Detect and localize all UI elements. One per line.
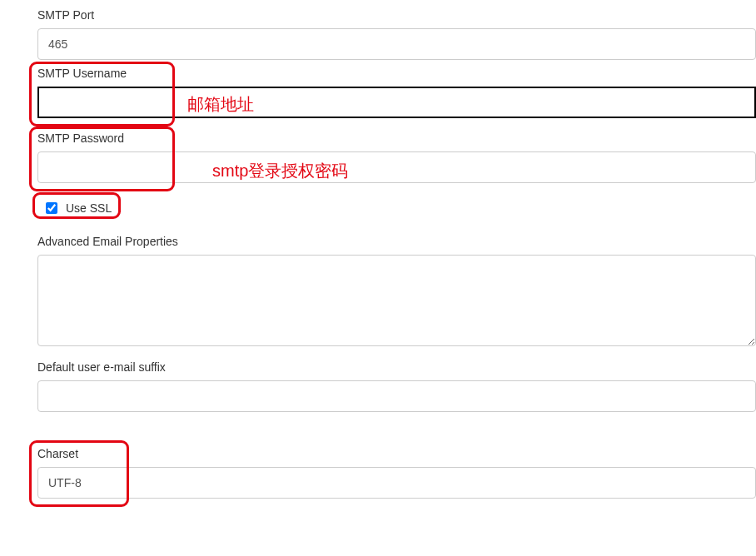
advanced-email-textarea[interactable] bbox=[37, 255, 756, 346]
smtp-password-label: SMTP Password bbox=[37, 132, 756, 145]
smtp-password-group: SMTP Password smtp登录授权密码 bbox=[37, 132, 756, 183]
charset-label: Charset bbox=[37, 447, 756, 460]
email-suffix-row: Default user e-mail suffix bbox=[37, 360, 756, 412]
smtp-port-label: SMTP Port bbox=[37, 8, 756, 22]
email-suffix-label: Default user e-mail suffix bbox=[37, 360, 756, 374]
advanced-email-label: Advanced Email Properties bbox=[37, 235, 756, 248]
smtp-username-input[interactable] bbox=[37, 87, 756, 118]
use-ssl-group: Use SSL bbox=[37, 196, 756, 220]
email-suffix-input[interactable] bbox=[37, 380, 756, 412]
smtp-username-label: SMTP Username bbox=[37, 67, 756, 80]
smtp-username-group: SMTP Username 邮箱地址 bbox=[37, 67, 756, 118]
use-ssl-row: Use SSL bbox=[37, 196, 756, 220]
charset-input[interactable] bbox=[37, 467, 756, 499]
use-ssl-label: Use SSL bbox=[66, 201, 112, 215]
charset-group: Charset bbox=[37, 447, 756, 499]
smtp-port-input[interactable] bbox=[37, 28, 756, 60]
advanced-email-row: Advanced Email Properties bbox=[37, 235, 756, 349]
smtp-password-input[interactable] bbox=[37, 151, 756, 183]
use-ssl-checkbox[interactable] bbox=[46, 202, 57, 214]
smtp-port-row: SMTP Port bbox=[37, 8, 756, 60]
